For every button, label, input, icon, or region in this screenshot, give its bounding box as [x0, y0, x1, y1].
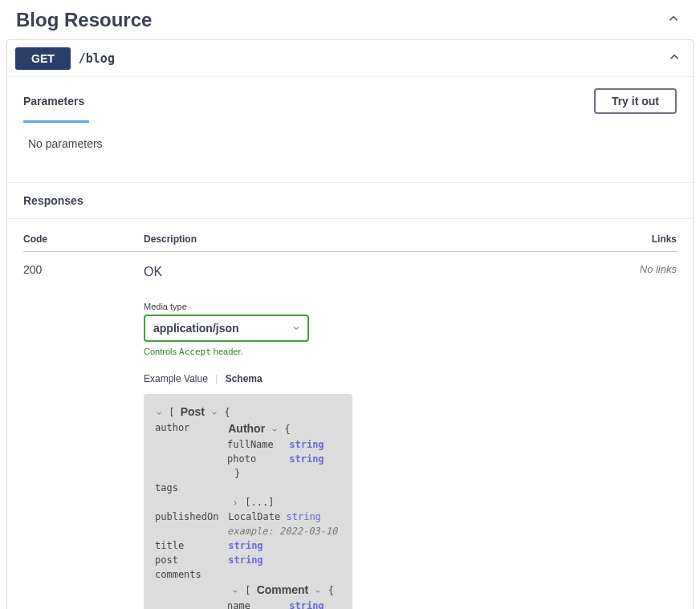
media-type-select[interactable]: application/json [144, 315, 309, 342]
chevron-down-icon[interactable] [314, 587, 322, 595]
operation-path: /blog [79, 51, 115, 66]
col-header-code: Code [23, 233, 144, 245]
chevron-down-icon[interactable] [271, 426, 279, 434]
chevron-down-icon[interactable] [155, 409, 163, 417]
no-parameters-text: No parameters [7, 123, 693, 182]
response-code: 200 [23, 263, 144, 609]
chevron-up-icon [666, 11, 681, 26]
responses-header-row: Code Description Links [23, 219, 677, 252]
collapse-operation-button[interactable] [664, 47, 685, 70]
controls-accept-note: Controls Accept header. [144, 347, 629, 357]
col-header-links: Links [629, 233, 677, 245]
schema-box: [ Post { author Author { fullName string… [144, 394, 352, 609]
chevron-up-icon [667, 50, 682, 64]
try-it-out-button[interactable]: Try it out [594, 88, 677, 114]
tab-schema[interactable]: Schema [226, 373, 262, 384]
operation-summary[interactable]: GET /blog [7, 40, 693, 77]
model-comment: Comment [257, 583, 309, 596]
method-badge: GET [15, 47, 71, 70]
chevron-right-icon[interactable] [231, 499, 239, 507]
response-links: No links [629, 263, 677, 609]
section-header[interactable]: Blog Resource [0, 0, 700, 39]
response-ok: OK [144, 265, 629, 279]
example-schema-tabs: Example Value | Schema [144, 373, 629, 384]
col-header-description: Description [144, 233, 629, 245]
parameters-header: Parameters Try it out [7, 77, 693, 120]
response-row: 200 OK Media type application/json Contr… [23, 252, 677, 609]
section-title: Blog Resource [16, 9, 152, 31]
responses-title: Responses [7, 182, 693, 219]
parameters-title: Parameters [23, 95, 84, 108]
response-description: OK Media type application/json Controls … [144, 263, 629, 609]
media-type-label: Media type [144, 302, 629, 311]
collapse-section-button[interactable] [663, 8, 684, 31]
responses-table: Code Description Links 200 OK Media type… [7, 219, 693, 609]
chevron-down-icon[interactable] [231, 587, 239, 595]
model-post: Post [181, 405, 205, 418]
tab-example-value[interactable]: Example Value [144, 373, 208, 384]
chevron-down-icon[interactable] [210, 409, 218, 417]
model-author: Author [228, 422, 265, 435]
operation-block: GET /blog Parameters Try it out No param… [6, 39, 694, 609]
